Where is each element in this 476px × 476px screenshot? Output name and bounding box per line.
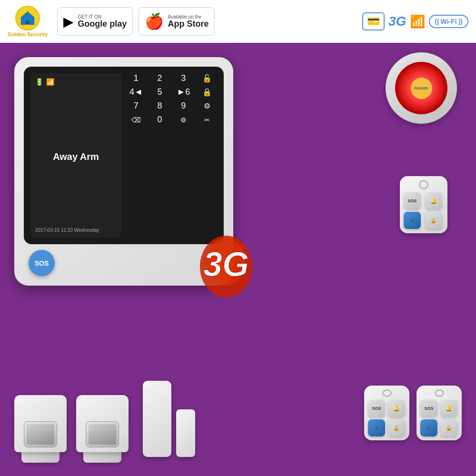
3g-flame-area: 3G bbox=[195, 224, 257, 302]
home-icon bbox=[20, 10, 36, 26]
sim-icon: 💳 bbox=[367, 15, 380, 28]
google-play-icon: ▶ bbox=[63, 14, 74, 30]
3g-badge: 3G bbox=[388, 14, 406, 29]
pir-body-2 bbox=[76, 395, 129, 452]
battery-icon: 🔋 bbox=[35, 78, 43, 86]
key-3[interactable]: 3 bbox=[174, 73, 194, 83]
keyfob-loop-left bbox=[382, 389, 392, 397]
door-sensor-main bbox=[143, 381, 171, 457]
app-store-badge[interactable]: 🍎 Available on the App Store bbox=[139, 7, 215, 36]
top-bar: Golden Security ▶ GET IT ON Google play … bbox=[0, 0, 476, 43]
key-6[interactable]: ►6 bbox=[174, 87, 194, 97]
google-play-name: Google play bbox=[78, 20, 127, 29]
logo-circle bbox=[15, 6, 40, 30]
sos-button[interactable]: SOS bbox=[29, 250, 55, 276]
key-backspace[interactable]: ⌫ bbox=[126, 115, 146, 125]
keyfob-buttons-right: SOS 🔔 ● 🔒 bbox=[420, 400, 458, 436]
pir-base-2 bbox=[83, 452, 121, 463]
door-sensors bbox=[143, 381, 195, 457]
key-8[interactable]: 8 bbox=[150, 101, 170, 111]
keyfob-loop bbox=[419, 180, 428, 189]
keyfob-lock-left[interactable]: 🔒 bbox=[388, 419, 405, 436]
apple-icon: 🍎 bbox=[145, 12, 164, 30]
key-disarm[interactable]: ✂ bbox=[197, 115, 217, 125]
keyfob-single: SOS 🔔 ● 🔒 bbox=[400, 176, 447, 233]
keyfob-buttons-left: SOS 🔔 ● 🔒 bbox=[368, 400, 406, 436]
google-play-badge[interactable]: ▶ GET IT ON Google play bbox=[57, 7, 133, 36]
flame-svg: 3G bbox=[195, 224, 257, 300]
key-settings[interactable]: ⚙ bbox=[197, 101, 217, 111]
app-store-name: App Store bbox=[168, 20, 208, 29]
key-2[interactable]: 2 bbox=[150, 73, 170, 83]
pir-lens-inner-2 bbox=[89, 424, 116, 445]
screen-display: 🔋 📶 Away Arm 2017-03-15 11:33 Wednesday bbox=[30, 73, 121, 238]
keyfob-sos-btn-left[interactable]: SOS bbox=[368, 400, 385, 417]
pir-lens-2 bbox=[86, 421, 119, 447]
siren-device: PASSED bbox=[386, 52, 462, 129]
google-play-label: GET IT ON bbox=[78, 14, 127, 20]
panel-bottom: SOS bbox=[24, 250, 224, 276]
pir-sensors bbox=[14, 395, 129, 462]
keyfob-lock-right[interactable]: 🔒 bbox=[440, 419, 457, 436]
keyfob-btn-sos-1[interactable]: SOS bbox=[404, 192, 421, 209]
google-play-text: GET IT ON Google play bbox=[78, 14, 127, 29]
status-icons: 🔋 📶 bbox=[35, 78, 117, 86]
siren-passed-text: PASSED bbox=[415, 87, 428, 90]
key-9[interactable]: 9 bbox=[174, 101, 194, 111]
key-lock[interactable]: 🔒 bbox=[197, 87, 217, 97]
keyfob-blue-left[interactable]: ● bbox=[368, 419, 385, 436]
key-4[interactable]: 4◄ bbox=[126, 87, 146, 97]
keyfob-left: SOS 🔔 ● 🔒 bbox=[364, 386, 409, 440]
key-config[interactable]: ⚙ bbox=[174, 115, 194, 125]
wifi-parens-right: )) bbox=[458, 18, 463, 25]
sim-badge: 💳 bbox=[362, 12, 385, 30]
wifi-label: Wi-Fi bbox=[441, 18, 457, 25]
brand-name: Golden Security bbox=[8, 31, 48, 37]
wifi-signal-icon: 📶 bbox=[46, 78, 54, 86]
keypad-grid: 1 2 3 🔓 4◄ 5 ►6 🔒 7 8 9 ⚙ ⌫ 0 ⚙ ✂ bbox=[126, 73, 217, 238]
pir-body-1 bbox=[14, 395, 67, 452]
keyfob-sos-btn-right[interactable]: SOS bbox=[420, 400, 437, 417]
panel-screen: 🔋 📶 Away Arm 2017-03-15 11:33 Wednesday … bbox=[24, 67, 224, 244]
keyfob-bell-right[interactable]: 🔔 bbox=[440, 400, 457, 417]
keyfob-btn-lock-1[interactable]: 🔒 bbox=[425, 212, 442, 229]
keyfob-loop-right bbox=[435, 389, 444, 397]
pir-base-1 bbox=[21, 452, 60, 463]
key-5[interactable]: 5 bbox=[150, 87, 170, 97]
date-time-text: 2017-03-15 11:33 Wednesday bbox=[35, 228, 117, 233]
main-content: 🔋 📶 Away Arm 2017-03-15 11:33 Wednesday … bbox=[0, 43, 476, 476]
connectivity-badges: 💳 3G 📶 (( Wi-Fi )) bbox=[362, 12, 468, 30]
pir-lens-1 bbox=[24, 421, 57, 447]
brand-logo-area: Golden Security bbox=[8, 6, 48, 37]
pir-sensor-2 bbox=[76, 395, 129, 462]
arm-status-text: Away Arm bbox=[35, 151, 117, 162]
app-store-label: Available on the bbox=[168, 14, 208, 20]
key-7[interactable]: 7 bbox=[126, 101, 146, 111]
wifi-parens-left: (( bbox=[435, 18, 439, 25]
pir-lens-inner-1 bbox=[27, 424, 54, 445]
keyfob-pair: SOS 🔔 ● 🔒 SOS 🔔 ● 🔒 bbox=[364, 386, 462, 440]
keyfob-buttons: SOS 🔔 ● 🔒 bbox=[404, 192, 444, 229]
3g-large-text: 3G bbox=[203, 245, 249, 283]
signal-icon: 📶 bbox=[410, 14, 425, 29]
siren-outer: PASSED bbox=[386, 52, 457, 124]
pir-sensor-1 bbox=[14, 395, 67, 462]
keyfob-blue-right[interactable]: ● bbox=[420, 419, 437, 436]
key-1[interactable]: 1 bbox=[126, 73, 146, 83]
siren-center-badge: PASSED bbox=[411, 78, 432, 99]
wifi-badge: (( Wi-Fi )) bbox=[429, 15, 468, 28]
key-unlock[interactable]: 🔓 bbox=[197, 73, 217, 83]
door-sensor-small bbox=[176, 409, 195, 457]
keyfob-right: SOS 🔔 ● 🔒 bbox=[416, 386, 462, 440]
keyfob-bell-left[interactable]: 🔔 bbox=[388, 400, 405, 417]
siren-inner: PASSED bbox=[395, 62, 447, 114]
keyfob-btn-bell-1[interactable]: 🔔 bbox=[425, 192, 442, 209]
keyfob-btn-blue-1[interactable]: ● bbox=[404, 212, 421, 229]
app-store-text: Available on the App Store bbox=[168, 14, 208, 29]
svg-rect-1 bbox=[26, 20, 30, 25]
key-0[interactable]: 0 bbox=[150, 115, 170, 125]
